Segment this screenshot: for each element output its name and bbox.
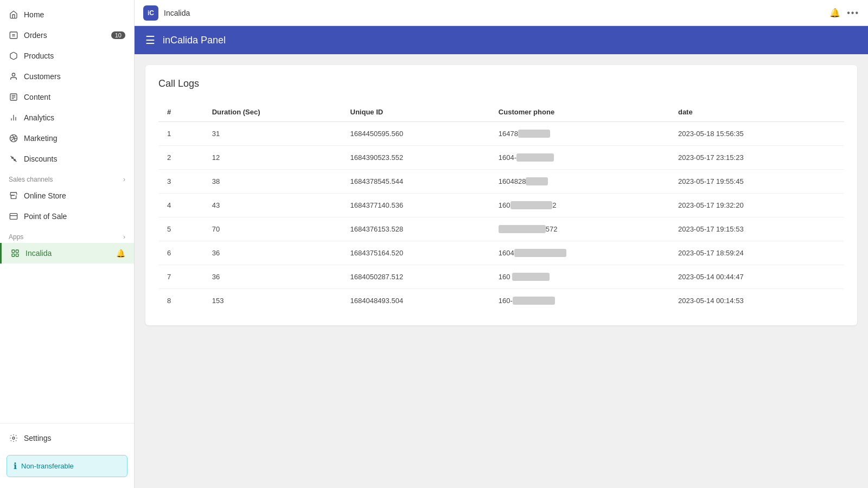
cell-unique-id: 1684376153.528 (342, 217, 490, 241)
sidebar-item-home[interactable]: Home (0, 4, 134, 25)
phone-blur: ███████ (516, 153, 553, 162)
cell-num: 1 (158, 122, 203, 146)
sidebar-item-label: Orders (24, 31, 47, 40)
cell-date: 2023-05-14 00:44:47 (669, 265, 844, 289)
phone-blur: ████ (526, 177, 548, 185)
sidebar-item-pos[interactable]: Point of Sale (0, 206, 134, 227)
cell-phone: █████████572 (490, 217, 669, 241)
svg-point-3 (12, 73, 15, 76)
cell-unique-id: 1684390523.552 (342, 146, 490, 170)
svg-rect-0 (10, 32, 17, 38)
cell-num: 8 (158, 289, 203, 313)
table-row: 6361684375164.5201604██████████2023-05-1… (158, 241, 844, 265)
svg-point-21 (12, 437, 15, 439)
pos-icon (9, 211, 18, 221)
products-icon (9, 51, 18, 61)
col-num: # (158, 102, 203, 122)
cell-unique-id: 1684378545.544 (342, 170, 490, 194)
phone-blur: ██████ (518, 130, 550, 138)
table-row: 5701684376153.528█████████5722023-05-17 … (158, 217, 844, 241)
cell-phone: 1604██████████ (490, 241, 669, 265)
orders-icon (9, 30, 18, 40)
settings-icon (9, 433, 18, 443)
svg-rect-20 (16, 254, 18, 256)
col-unique-id: Unique ID (342, 102, 490, 122)
bell-icon: 🔔 (116, 249, 125, 258)
cell-date: 2023-05-17 19:55:45 (669, 170, 844, 194)
sidebar-item-marketing[interactable]: Marketing (0, 128, 134, 149)
sidebar-item-label: Marketing (24, 134, 57, 143)
marketing-icon (9, 133, 18, 143)
cell-num: 7 (158, 265, 203, 289)
table-row: 7361684050287.512160 ███████2023-05-14 0… (158, 265, 844, 289)
cell-num: 2 (158, 146, 203, 170)
non-transferable-label: Non-transferable (21, 462, 74, 470)
cell-phone: 1604828████ (490, 170, 669, 194)
apps-section: Apps › (0, 227, 134, 243)
table-row: 3381684378545.5441604828████2023-05-17 1… (158, 170, 844, 194)
svg-rect-15 (10, 214, 17, 220)
sidebar-item-customers[interactable]: Customers (0, 66, 134, 87)
table-row: 1311684450595.56016478██████2023-05-18 1… (158, 122, 844, 146)
sidebar-item-incalida[interactable]: Incalida 🔔 (0, 243, 134, 264)
sidebar-item-products[interactable]: Products (0, 46, 134, 66)
sidebar-item-analytics[interactable]: Analytics (0, 107, 134, 128)
sidebar-item-label: Settings (24, 434, 52, 442)
svg-rect-18 (16, 250, 18, 253)
home-icon (9, 10, 18, 20)
cell-phone: 160████████2 (490, 194, 669, 217)
sidebar-item-label: Point of Sale (24, 212, 67, 221)
sidebar-item-settings[interactable]: Settings (0, 428, 134, 448)
sidebar-bottom: Settings ℹ Non-transferable (0, 423, 134, 488)
panel-title: inCalida Panel (163, 35, 226, 46)
more-icon[interactable]: ••• (847, 8, 859, 18)
phone-blur: ███████ (512, 273, 549, 281)
sidebar-item-orders[interactable]: Orders 10 (0, 25, 134, 46)
sidebar-item-label: Incalida (25, 249, 52, 258)
phone-blur: ████████ (510, 201, 553, 209)
main-content: iC Incalida 🔔 ••• ☰ inCalida Panel Call … (135, 0, 868, 488)
table-row: 4431684377140.536160████████22023-05-17 … (158, 194, 844, 217)
sidebar-item-content[interactable]: Content (0, 87, 134, 107)
sidebar-item-online-store[interactable]: Online Store (0, 185, 134, 206)
cell-duration: 36 (203, 241, 342, 265)
col-date: date (669, 102, 844, 122)
menu-icon[interactable]: ☰ (145, 34, 155, 47)
phone-blur: ████████ (513, 297, 555, 305)
chevron-icon: › (123, 176, 125, 183)
svg-line-14 (11, 156, 17, 162)
cell-num: 6 (158, 241, 203, 265)
sidebar-item-label: Home (24, 10, 44, 19)
sidebar-item-label: Content (24, 93, 50, 101)
topbar-title: Incalida (164, 9, 190, 17)
bell-icon[interactable]: 🔔 (829, 8, 840, 18)
sidebar-item-label: Products (24, 52, 54, 60)
cell-date: 2023-05-17 19:32:20 (669, 194, 844, 217)
svg-rect-19 (12, 254, 15, 256)
cell-num: 3 (158, 170, 203, 194)
sidebar-item-label: Discounts (24, 155, 57, 163)
topbar-actions: 🔔 ••• (829, 8, 859, 18)
sales-channels-section: Sales channels › (0, 169, 134, 185)
cell-unique-id: 1684048493.504 (342, 289, 490, 313)
customers-icon (9, 72, 18, 81)
cell-date: 2023-05-17 18:59:24 (669, 241, 844, 265)
cell-phone: 16478██████ (490, 122, 669, 146)
cell-phone: 160-████████ (490, 289, 669, 313)
app-logo: iC (143, 5, 158, 21)
cell-duration: 38 (203, 170, 342, 194)
cell-unique-id: 1684450595.560 (342, 122, 490, 146)
svg-rect-17 (12, 250, 15, 253)
cell-num: 5 (158, 217, 203, 241)
cell-duration: 153 (203, 289, 342, 313)
phone-blur: ██████████ (514, 249, 566, 257)
cell-duration: 31 (203, 122, 342, 146)
table-header-row: # Duration (Sec) Unique ID Customer phon… (158, 102, 844, 122)
panel-header: ☰ inCalida Panel (135, 26, 868, 54)
cell-phone: 1604-███████ (490, 146, 669, 170)
content-area: Call Logs # Duration (Sec) Unique ID Cus… (135, 54, 868, 488)
call-logs-table: # Duration (Sec) Unique ID Customer phon… (158, 102, 844, 312)
card-title: Call Logs (158, 78, 844, 89)
cell-duration: 36 (203, 265, 342, 289)
sidebar-item-discounts[interactable]: Discounts (0, 149, 134, 169)
